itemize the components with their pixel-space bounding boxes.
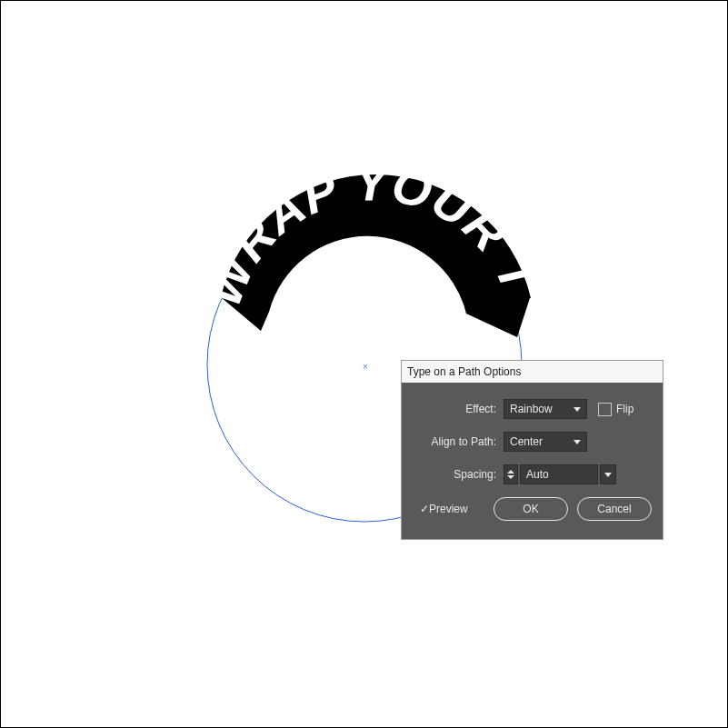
spacing-value: Auto xyxy=(526,468,549,481)
effect-value: Rainbow xyxy=(510,403,562,415)
center-anchor: × xyxy=(363,362,368,372)
effect-row: Effect: Rainbow Flip xyxy=(413,399,652,419)
checkbox-icon xyxy=(598,403,612,416)
dialog-titlebar[interactable]: Type on a Path Options xyxy=(402,361,663,383)
ok-button[interactable]: OK xyxy=(494,497,568,521)
chevron-up-icon xyxy=(507,470,514,474)
flip-checkbox[interactable]: Flip xyxy=(598,403,633,416)
spacing-row: Spacing: Auto xyxy=(413,464,652,484)
align-select[interactable]: Center xyxy=(504,432,587,452)
cancel-button[interactable]: Cancel xyxy=(577,497,652,521)
spacing-input[interactable]: Auto xyxy=(520,464,598,484)
spacing-stepper[interactable] xyxy=(504,464,518,484)
chevron-down-icon xyxy=(507,475,514,479)
spacing-dropdown[interactable] xyxy=(600,464,616,484)
type-on-path-dialog: Type on a Path Options Effect: Rainbow F… xyxy=(401,360,663,540)
effect-label: Effect: xyxy=(413,403,496,415)
dialog-body: Effect: Rainbow Flip Align to Path: Cent… xyxy=(402,383,663,539)
checkbox-checked-icon: ✓ xyxy=(420,503,429,515)
preview-checkbox[interactable]: ✓ Preview xyxy=(420,503,468,515)
align-label: Align to Path: xyxy=(413,435,496,448)
effect-select[interactable]: Rainbow xyxy=(504,399,587,419)
preview-label: Preview xyxy=(429,503,468,515)
dialog-button-row: ✓ Preview OK Cancel xyxy=(413,497,652,521)
align-value: Center xyxy=(510,435,552,448)
flip-label: Flip xyxy=(616,403,633,415)
chevron-down-icon xyxy=(573,440,581,444)
spacing-label: Spacing: xyxy=(413,468,496,481)
chevron-down-icon xyxy=(573,407,581,412)
chevron-down-icon xyxy=(604,473,612,477)
align-row: Align to Path: Center xyxy=(413,432,652,452)
dialog-title: Type on a Path Options xyxy=(407,365,521,378)
